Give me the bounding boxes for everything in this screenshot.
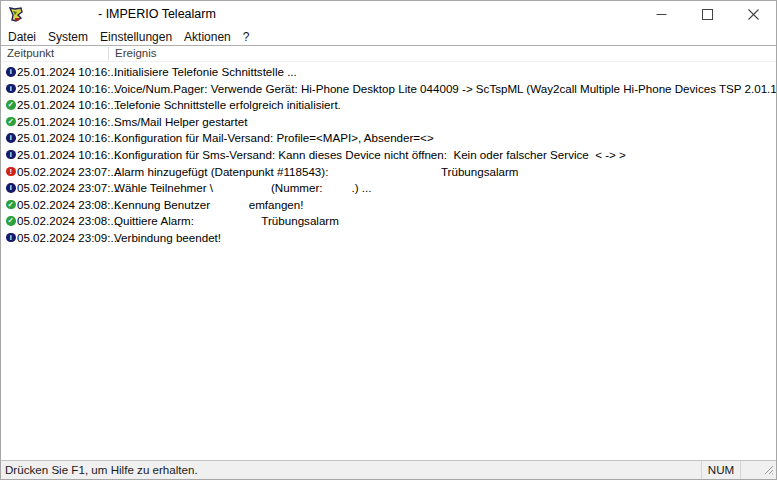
- event-time: 25.01.2024 10:16:...: [17, 114, 120, 131]
- event-status-icon: [6, 200, 16, 210]
- event-status-icon: [6, 133, 16, 143]
- log-row[interactable]: 25.01.2024 10:16:... Konfiguration für S…: [1, 147, 776, 164]
- event-status-icon: [6, 84, 16, 94]
- menu-item-system[interactable]: System: [42, 29, 94, 45]
- event-time: 25.01.2024 10:16:...: [17, 64, 120, 81]
- event-time: 25.01.2024 10:16:...: [17, 97, 120, 114]
- event-status-icon: [6, 100, 16, 110]
- menubar: Datei System Einstellungen Aktionen ?: [1, 28, 776, 45]
- window-title: - IMPERIO Telealarm: [98, 1, 216, 28]
- log-row[interactable]: 05.02.2024 23:08:... Quittiere Alarm: Tr…: [1, 213, 776, 230]
- event-status-icon: [6, 150, 16, 160]
- event-time: 05.02.2024 23:07:...: [17, 180, 120, 197]
- event-text: Telefonie Schnittstelle erfolgreich init…: [114, 97, 341, 114]
- event-status-icon: [6, 216, 16, 226]
- num-lock-indicator: NUM: [701, 461, 741, 479]
- status-help-text: Drücken Sie F1, um Hilfe zu erhalten.: [5, 461, 198, 479]
- event-status-icon: [6, 233, 16, 243]
- log-row[interactable]: 25.01.2024 10:16:... Telefonie Schnittst…: [1, 97, 776, 114]
- event-time: 05.02.2024 23:08:...: [17, 213, 120, 230]
- event-status-icon: [6, 183, 16, 193]
- log-row[interactable]: 05.02.2024 23:09:... Verbindung beendet!: [1, 230, 776, 247]
- event-time: 25.01.2024 10:16:...: [17, 147, 120, 164]
- event-text: Quittiere Alarm: Trübungsalarm: [114, 213, 339, 230]
- event-text: Kennung Benutzer emfangen!: [114, 197, 304, 214]
- menu-item-hilfe[interactable]: ?: [237, 29, 256, 45]
- event-status-icon: [6, 117, 16, 127]
- menu-item-datei[interactable]: Datei: [2, 29, 42, 45]
- log-row[interactable]: 25.01.2024 10:16:... Initialisiere Telef…: [1, 64, 776, 81]
- event-time: 05.02.2024 23:07:...: [17, 164, 120, 181]
- statusbar: Drücken Sie F1, um Hilfe zu erhalten. NU…: [1, 460, 776, 479]
- event-time: 05.02.2024 23:08:...: [17, 197, 120, 214]
- column-header-ereignis[interactable]: Ereignis: [115, 46, 157, 61]
- event-text: Sms/Mail Helper gestartet: [114, 114, 247, 131]
- event-text: Initialisiere Telefonie Schnittstelle ..…: [114, 64, 297, 81]
- event-status-icon: [6, 167, 16, 177]
- app-icon[interactable]: [9, 7, 25, 23]
- window-controls: [638, 1, 776, 28]
- event-log-list: Zeitpunkt Ereignis 25.01.2024 10:16:... …: [1, 45, 776, 460]
- event-text: Verbindung beendet!: [114, 230, 221, 247]
- event-time: 25.01.2024 10:16:...: [17, 81, 120, 98]
- maximize-icon[interactable]: [684, 1, 730, 28]
- resize-grip-icon[interactable]: [763, 464, 774, 477]
- event-text: Konfiguration für Mail-Versand: Profile=…: [114, 130, 434, 147]
- event-status-icon: [6, 67, 16, 77]
- close-icon[interactable]: [730, 1, 776, 28]
- list-header: Zeitpunkt Ereignis: [1, 46, 776, 62]
- log-row[interactable]: 25.01.2024 10:16:... Sms/Mail Helper ges…: [1, 114, 776, 131]
- event-time: 25.01.2024 10:16:...: [17, 130, 120, 147]
- column-divider[interactable]: [108, 47, 109, 60]
- event-time: 05.02.2024 23:09:...: [17, 230, 120, 247]
- column-header-zeitpunkt[interactable]: Zeitpunkt: [7, 46, 54, 61]
- log-rows: 25.01.2024 10:16:... Initialisiere Telef…: [1, 62, 776, 247]
- app-window: - IMPERIO Telealarm Datei System Einstel…: [0, 0, 777, 480]
- titlebar[interactable]: - IMPERIO Telealarm: [1, 1, 776, 28]
- event-text: Voice/Num.Pager: Verwende Gerät: Hi-Phon…: [114, 81, 776, 98]
- log-row[interactable]: 25.01.2024 10:16:... Konfiguration für M…: [1, 130, 776, 147]
- log-row[interactable]: 25.01.2024 10:16:... Voice/Num.Pager: Ve…: [1, 81, 776, 98]
- log-row[interactable]: 05.02.2024 23:07:... Wähle Teilnehmer \ …: [1, 180, 776, 197]
- event-text: Konfiguration für Sms-Versand: Kann dies…: [114, 147, 626, 164]
- log-row[interactable]: 05.02.2024 23:07:... Alarm hinzugefügt (…: [1, 164, 776, 181]
- event-text: Wähle Teilnehmer \ (Nummer: .) ...: [114, 180, 372, 197]
- event-text: Alarm hinzugefügt (Datenpunkt #118543): …: [114, 164, 518, 181]
- menu-item-einstellungen[interactable]: Einstellungen: [94, 29, 178, 45]
- minimize-icon[interactable]: [638, 1, 684, 28]
- menu-item-aktionen[interactable]: Aktionen: [178, 29, 237, 45]
- log-row[interactable]: 05.02.2024 23:08:... Kennung Benutzer em…: [1, 197, 776, 214]
